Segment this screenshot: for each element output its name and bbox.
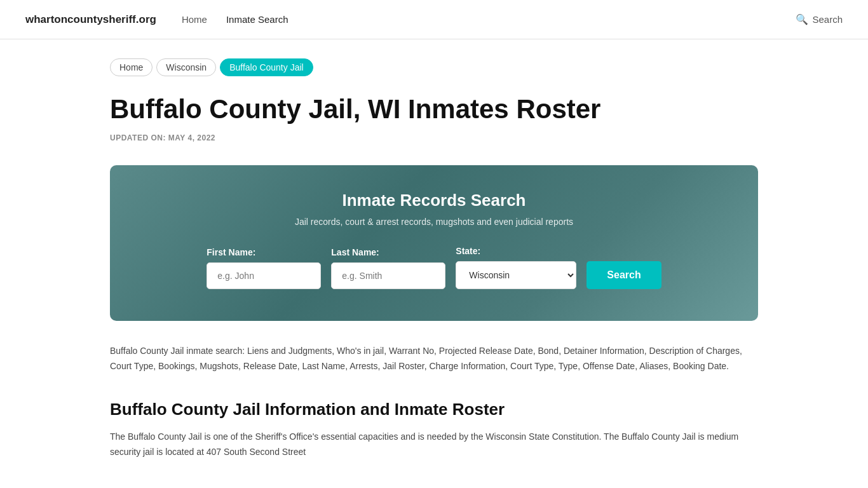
breadcrumb-wisconsin[interactable]: Wisconsin: [156, 58, 216, 76]
breadcrumb-buffalo-county-jail[interactable]: Buffalo County Jail: [220, 58, 313, 76]
last-name-group: Last Name:: [331, 247, 445, 289]
main-nav: Home Inmate Search: [182, 14, 796, 25]
site-logo[interactable]: whartoncountysheriff.org: [25, 13, 156, 26]
page-title: Buffalo County Jail, WI Inmates Roster: [110, 94, 758, 125]
first-name-group: First Name:: [207, 247, 321, 289]
state-label: State:: [456, 246, 576, 256]
site-header: whartoncountysheriff.org Home Inmate Sea…: [0, 0, 868, 39]
first-name-input[interactable]: [207, 262, 321, 289]
section-title: Buffalo County Jail Information and Inma…: [110, 400, 758, 419]
description-text: Buffalo County Jail inmate search: Liens…: [110, 344, 758, 374]
nav-home[interactable]: Home: [182, 14, 207, 25]
header-search-label: Search: [812, 14, 843, 25]
search-widget-title: Inmate Records Search: [148, 191, 720, 210]
search-widget-subtitle: Jail records, court & arrest records, mu…: [148, 217, 720, 227]
updated-label: UPDATED ON: MAY 4, 2022: [110, 133, 758, 142]
breadcrumb-home[interactable]: Home: [110, 58, 153, 76]
state-group: State: AlabamaAlaskaArizonaArkansasCalif…: [456, 246, 576, 289]
search-form: First Name: Last Name: State: AlabamaAla…: [148, 246, 720, 289]
info-text: The Buffalo County Jail is one of the Sh…: [110, 430, 758, 460]
state-select[interactable]: AlabamaAlaskaArizonaArkansasCaliforniaCo…: [456, 261, 576, 289]
inmate-search-widget: Inmate Records Search Jail records, cour…: [110, 165, 758, 321]
breadcrumb: Home Wisconsin Buffalo County Jail: [110, 58, 758, 76]
header-search-button[interactable]: 🔍 Search: [796, 13, 843, 25]
first-name-label: First Name:: [207, 247, 321, 257]
search-icon: 🔍: [796, 13, 808, 25]
last-name-input[interactable]: [331, 262, 445, 289]
nav-inmate-search[interactable]: Inmate Search: [226, 14, 288, 25]
search-button[interactable]: Search: [587, 261, 661, 289]
main-content: Home Wisconsin Buffalo County Jail Buffa…: [85, 39, 783, 488]
last-name-label: Last Name:: [331, 247, 445, 257]
